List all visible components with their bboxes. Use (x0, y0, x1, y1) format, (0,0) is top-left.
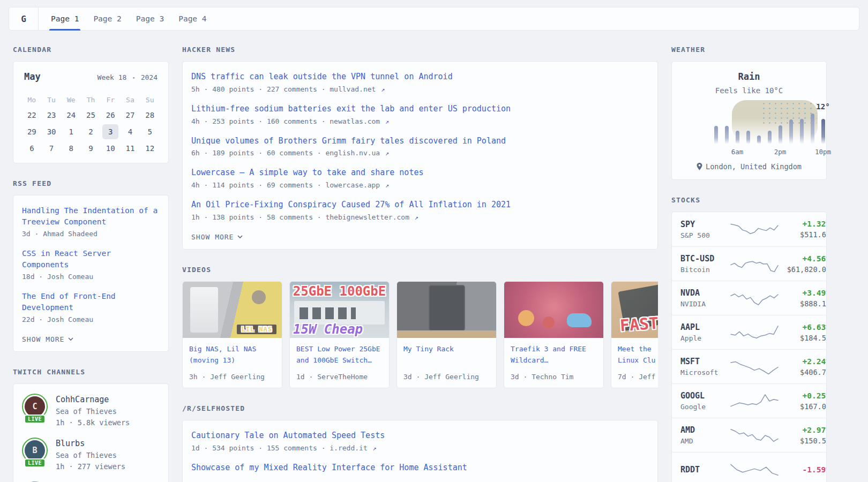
calendar-day: 28 (140, 107, 160, 123)
stock-identity: SPYS&P 500 (680, 220, 730, 239)
stock-symbol: SPY (680, 220, 730, 229)
selfhosted-list: Cautionary Tale on Automated Speed Tests… (191, 430, 649, 474)
stock-row[interactable]: AMDAMD+2.97%$150.50 (672, 418, 826, 452)
stock-sparkline (730, 219, 779, 239)
left-column: CALENDAR May Week 18 • 2024 MoTuWeThFrSa… (13, 31, 169, 482)
twitch-channel-row[interactable]: CLIVECohhCarnageSea of Thieves1h · 5.8k … (22, 394, 160, 427)
calendar-day-number: 25 (83, 108, 99, 123)
calendar-selected-day: 3 (102, 124, 118, 139)
twitch-channel-info: BlurbsSea of Thieves1h · 277 viewers (56, 438, 125, 471)
video-title-link[interactable]: Big NAS, Lil NAS (moving 13) (189, 343, 275, 366)
stock-change: +2.24% (779, 357, 827, 366)
stocks-section-title: STOCKS (671, 196, 827, 204)
article-link[interactable]: Lowercase – A simple way to take and sha… (191, 168, 423, 177)
stock-row[interactable]: GOOGLGoogle+0.25%$167.03 (672, 383, 826, 418)
calendar-week-year: Week 18 • 2024 (98, 73, 158, 81)
video-card: My Tiny Rack3d · Jeff Geerling (396, 281, 497, 388)
article-link[interactable]: Cautionary Tale on Automated Speed Tests (191, 431, 385, 440)
twitch-channel-meta: 1h · 277 viewers (56, 462, 125, 471)
article-meta: 4h · 253 points · 160 comments · newatla… (191, 117, 649, 125)
list-item: Unique volumes of Brothers Grimm fairy t… (191, 135, 649, 157)
app-logo[interactable]: G (9, 7, 39, 30)
list-item: Lithium-free sodium batteries exit the l… (191, 103, 649, 125)
weather-time-label: 2pm (774, 148, 787, 156)
video-thumbnail[interactable]: LIL NAS (183, 282, 282, 338)
article-link[interactable]: Lithium-free sodium batteries exit the l… (191, 104, 511, 114)
weather-feels-like: Feels like 10°C (682, 86, 817, 95)
stock-row[interactable]: MSFTMicrosoft+2.24%$406.76 (672, 349, 826, 383)
video-thumbnail[interactable] (397, 282, 496, 338)
weather-bar (768, 131, 772, 144)
calendar-day-number: 4 (122, 124, 138, 139)
stock-change: +0.25% (779, 391, 827, 400)
video-title-link[interactable]: BEST Low Power 25GbE and 100GbE Switch… (296, 343, 383, 366)
stock-identity: BTC-USDBitcoin (680, 254, 730, 274)
tab-page-1[interactable]: Page 1 (49, 7, 80, 30)
calendar-weekday: Fr (101, 93, 121, 107)
stock-identity: MSFTMicrosoft (680, 357, 730, 376)
stock-price: $406.76 (779, 368, 827, 376)
sparkline-chart (730, 288, 779, 308)
article-link[interactable]: DNS traffic can leak outside the VPN tun… (191, 72, 453, 81)
stock-row[interactable]: BTC-USDBitcoin+4.56%$61,820.02 (672, 246, 826, 281)
video-thumbnail[interactable]: FAST (611, 282, 658, 338)
video-title-link[interactable]: Traefik 3 and FREE Wildcard… (511, 343, 597, 366)
article-meta-text: 18d · Josh Comeau (22, 273, 93, 281)
stock-row[interactable]: NVDANVIDIA+3.49%$888.12 (672, 281, 826, 315)
stock-symbol: NVDA (680, 288, 730, 298)
stock-sparkline (730, 357, 779, 377)
rss-show-more-button[interactable]: SHOW MORE (22, 335, 73, 343)
sparkline-chart (730, 425, 779, 446)
calendar-day-number: 9 (83, 141, 99, 156)
sparkline-chart (730, 357, 779, 377)
stock-values: +0.25%$167.03 (779, 391, 827, 411)
calendar-weekday: Th (81, 93, 101, 107)
weather-bar (789, 119, 793, 144)
show-more-label: SHOW MORE (22, 335, 64, 343)
article-meta-text: 22d · Josh Comeau (22, 315, 93, 323)
list-item: DNS traffic can leak outside the VPN tun… (191, 71, 649, 93)
stock-sparkline (730, 322, 779, 343)
calendar-day-number: 1 (63, 124, 79, 139)
video-thumbnail[interactable] (504, 282, 603, 338)
stock-row[interactable]: SPYS&P 500+1.32%$511.69 (672, 212, 826, 246)
article-link[interactable]: Showcase of my Mixed Reality Interface f… (191, 463, 467, 472)
stock-values: +2.97%$150.50 (779, 426, 827, 445)
twitch-channel-name[interactable]: CohhCarnage (56, 394, 130, 404)
twitch-channel-name[interactable]: Blurbs (56, 438, 125, 448)
video-title-link[interactable]: My Tiny Rack (403, 343, 490, 355)
video-title-link[interactable]: Meet the Linux Clu (618, 343, 658, 366)
calendar-day-number: 27 (122, 108, 138, 123)
top-nav: G Page 1Page 2Page 3Page 4 (9, 7, 859, 31)
calendar-day: 25 (81, 107, 101, 123)
middle-column: HACKER NEWS DNS traffic can leak outside… (182, 31, 658, 482)
article-link[interactable]: The End of Front-End Development (22, 292, 116, 312)
article-link[interactable]: Handling The Indentation of a Treeview C… (22, 206, 158, 226)
twitch-channel-game: Sea of Thieves (56, 451, 125, 460)
twitch-avatar: CLIVE (22, 394, 48, 419)
tab-page-4[interactable]: Page 4 (177, 7, 208, 30)
hn-show-more-button[interactable]: SHOW MORE (191, 233, 243, 241)
stock-identity: AMDAMD (680, 425, 730, 445)
stock-price: $888.12 (779, 299, 827, 308)
calendar-day: 5 (140, 123, 160, 140)
separator-dot: • (131, 74, 137, 81)
video-card-row: LIL NASBig NAS, Lil NAS (moving 13)3h · … (182, 281, 658, 388)
stock-values: +1.32%$511.69 (779, 220, 827, 239)
article-meta: 3d · Ahmad Shadeed (22, 230, 160, 238)
video-thumbnail[interactable]: 25GbE 100GbE15W Cheap (290, 282, 389, 338)
stock-row[interactable]: AAPLApple+6.63%$184.51 (672, 315, 826, 349)
article-link[interactable]: An Oil Price-Fixing Conspiracy Caused 27… (191, 200, 511, 209)
calendar-day: 23 (42, 107, 62, 123)
list-item: Cautionary Tale on Automated Speed Tests… (191, 430, 649, 452)
stock-name: S&P 500 (680, 231, 730, 239)
article-link[interactable]: Unique volumes of Brothers Grimm fairy t… (191, 136, 506, 146)
tab-page-2[interactable]: Page 2 (92, 7, 123, 30)
twitch-channel-game: Sea of Thieves (56, 407, 130, 416)
stock-name: Google (680, 403, 730, 411)
tab-page-3[interactable]: Page 3 (134, 7, 166, 30)
stock-row[interactable]: RDDT-1.59% (672, 452, 826, 482)
twitch-channel-row[interactable]: BLIVEBlurbsSea of Thieves1h · 277 viewer… (22, 438, 160, 471)
article-link[interactable]: CSS in React Server Components (22, 249, 111, 269)
thumbnail-dim-overlay (504, 282, 603, 338)
